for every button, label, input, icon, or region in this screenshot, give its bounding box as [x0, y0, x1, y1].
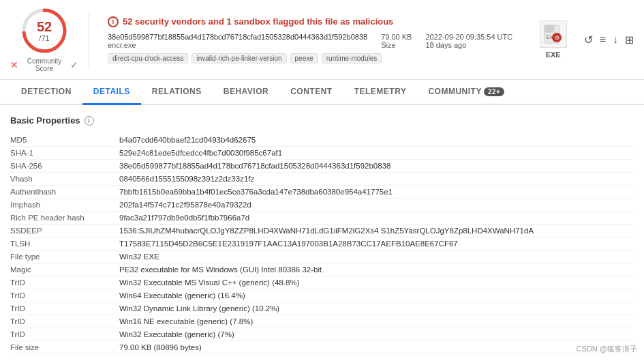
score-label: ✕ Community Score ✓: [10, 57, 78, 72]
prop-key: TrID: [10, 315, 119, 328]
properties-table: MD5b4a07cdd640bbaef21cd0493b4d62675SHA-1…: [10, 134, 634, 354]
check-icon: ✓: [70, 59, 78, 70]
tag: invalid-rich-pe-linker-version: [191, 53, 286, 63]
score-denominator: /71: [37, 34, 52, 42]
table-row: TrIDWin64 Executable (generic) (16.4%): [10, 289, 634, 302]
svg-rect-3: [545, 25, 554, 32]
exe-icon: EXE ⚙: [540, 20, 567, 48]
top-header: 52 /71 ✕ Community Score ✓ i 52 security…: [0, 0, 644, 80]
table-row: Vhash0840566d1555155098z391z2dz33z1fz: [10, 173, 634, 186]
tag: runtime-modules: [322, 53, 382, 63]
community-badge: 22+: [484, 87, 504, 96]
table-row: TrIDWin32 Executable (generic) (7%): [10, 328, 634, 341]
exe-label: EXE: [546, 50, 561, 59]
tab-content[interactable]: CONTENT: [279, 80, 343, 105]
table-row: TrIDWin16 NE executable (generic) (7.8%): [10, 315, 634, 328]
table-row: SHA-25638e05d599877bf18855ad4d178bcd7671…: [10, 160, 634, 173]
prop-key: Rich PE header hash: [10, 212, 119, 225]
main-content: Basic Properties i MD5b4a07cdd640bbaef21…: [0, 105, 644, 361]
file-hash: 38e05d599877bf18855ad4d178bcd76718cfad15…: [108, 33, 367, 41]
tab-telemetry[interactable]: TELEMETRY: [343, 80, 418, 105]
table-row: TrIDWin32 Dynamic Link Library (generic)…: [10, 302, 634, 315]
score-circle: 52 /71: [20, 7, 68, 55]
prop-key: TrID: [10, 328, 119, 341]
prop-value: Win64 Executable (generic) (16.4%): [119, 289, 634, 302]
table-row: SSDEEP1536:SJIUhZM4hubасrQLOJgY8ZZP8LHD4…: [10, 225, 634, 237]
alert-info-icon: i: [108, 16, 119, 27]
prop-value: Win32 EXE: [119, 250, 634, 263]
prop-key: SSDEEP: [10, 225, 119, 237]
prop-key: File type: [10, 250, 119, 263]
prop-value: PE32 executable for MS Windows (GUI) Int…: [119, 263, 634, 276]
tag: peexe: [290, 53, 318, 63]
prop-value: Win32 Executable MS Visual C++ (generic)…: [119, 276, 634, 289]
alert-message: i 52 security vendors and 1 sandbox flag…: [108, 16, 515, 27]
prop-value: 9fac3a21f797db9e0db5f1fbb7966a7d: [119, 212, 634, 225]
score-divider: [89, 12, 89, 67]
file-hash-block: 38e05d599877bf18855ad4d178bcd76718cfad15…: [108, 33, 367, 49]
table-row: File typeWin32 EXE: [10, 250, 634, 263]
table-row: File size79.00 KB (80896 bytes): [10, 341, 634, 354]
table-row: TLSHT17583E7115D45D2B6C5E1E2319197F1AAC1…: [10, 237, 634, 250]
top-icons: ↺ ≡ ↓ ⊞: [584, 33, 634, 46]
tab-relations[interactable]: RELATIONS: [141, 80, 213, 105]
alert-banner: i 52 security vendors and 1 sandbox flag…: [99, 11, 523, 69]
watermark: CSDN @狐客浪子: [577, 344, 637, 354]
prop-value: T17583E7115D45D2B6C5E1E2319197F1AAC13A19…: [119, 237, 634, 250]
prop-value: 79.00 KB (80896 bytes): [119, 341, 634, 354]
prop-value: b4a07cdd640bbaef21cd0493b4d62675: [119, 134, 634, 147]
file-size-meta: 79.00 KB Size: [381, 33, 412, 49]
score-text: 52 /71: [37, 19, 52, 42]
prop-key: TrID: [10, 302, 119, 315]
table-row: Rich PE header hash9fac3a21f797db9e0db5f…: [10, 212, 634, 225]
exe-badge-area: EXE ⚙ EXE: [530, 20, 577, 59]
prop-key: File size: [10, 341, 119, 354]
file-info-row: 38e05d599877bf18855ad4d178bcd76718cfad15…: [108, 33, 515, 49]
x-icon: ✕: [10, 59, 18, 70]
table-row: Imphash202fa14f574c71c2f95878e40a79322d: [10, 199, 634, 212]
prop-value: 202fa14f574c71c2f95878e40a79322d: [119, 199, 634, 212]
prop-key: SHA-1: [10, 147, 119, 160]
prop-key: Authentihash: [10, 186, 119, 199]
nav-tabs: DETECTIONDETAILSRELATIONSBEHAVIORCONTENT…: [0, 80, 644, 105]
tab-details[interactable]: DETAILS: [82, 80, 141, 105]
menu-icon[interactable]: ≡: [600, 33, 606, 46]
tab-community[interactable]: COMMUNITY22+: [417, 80, 515, 105]
prop-value: 0840566d1555155098z391z2dz33z1fz: [119, 173, 634, 186]
tags-row: direct-cpu-clock-accessinvalid-rich-pe-l…: [108, 53, 515, 63]
prop-key: TLSH: [10, 237, 119, 250]
prop-value: 529e24c81ede5dfcedcc4fbc7d0030f985c67af1: [119, 147, 634, 160]
tab-detection[interactable]: DETECTION: [10, 80, 82, 105]
prop-key: Magic: [10, 263, 119, 276]
prop-key: Imphash: [10, 199, 119, 212]
svg-text:⚙: ⚙: [555, 35, 559, 41]
prop-value: 7bbfb1615b0ea69bba1b4f01ec5ce376a3cda147…: [119, 186, 634, 199]
file-date-meta: 2022-09-20 09:35:54 UTC 18 days ago: [425, 33, 512, 49]
file-name: encr.exe: [108, 41, 367, 49]
refresh-icon[interactable]: ↺: [584, 33, 593, 46]
grid-icon[interactable]: ⊞: [625, 33, 634, 46]
score-area: 52 /71 ✕ Community Score ✓: [10, 7, 78, 72]
prop-key: TrID: [10, 289, 119, 302]
prop-key: MD5: [10, 134, 119, 147]
prop-value: Win16 NE executable (generic) (7.8%): [119, 315, 634, 328]
tag: direct-cpu-clock-access: [108, 53, 188, 63]
prop-value: 1536:SJIUhZM4hubасrQLOJgY8ZZP8LHD4XWaNH7…: [119, 225, 634, 237]
prop-key: Vhash: [10, 173, 119, 186]
table-row: MagicPE32 executable for MS Windows (GUI…: [10, 263, 634, 276]
prop-key: SHA-256: [10, 160, 119, 173]
table-row: Authentihash7bbfb1615b0ea69bba1b4f01ec5c…: [10, 186, 634, 199]
prop-value: Win32 Dynamic Link Library (generic) (10…: [119, 302, 634, 315]
prop-value: Win32 Executable (generic) (7%): [119, 328, 634, 341]
table-row: TrIDWin32 Executable MS Visual C++ (gene…: [10, 276, 634, 289]
section-title: Basic Properties i: [10, 115, 634, 126]
prop-value: 38e05d599877bf18855ad4d178bcd76718cfad15…: [119, 160, 634, 173]
table-row: MD5b4a07cdd640bbaef21cd0493b4d62675: [10, 134, 634, 147]
table-row: SHA-1529e24c81ede5dfcedcc4fbc7d0030f985c…: [10, 147, 634, 160]
score-numerator: 52: [37, 19, 52, 34]
prop-key: TrID: [10, 276, 119, 289]
download-icon[interactable]: ↓: [613, 33, 618, 46]
section-info-icon: i: [85, 116, 94, 126]
tab-behavior[interactable]: BEHAVIOR: [213, 80, 279, 105]
